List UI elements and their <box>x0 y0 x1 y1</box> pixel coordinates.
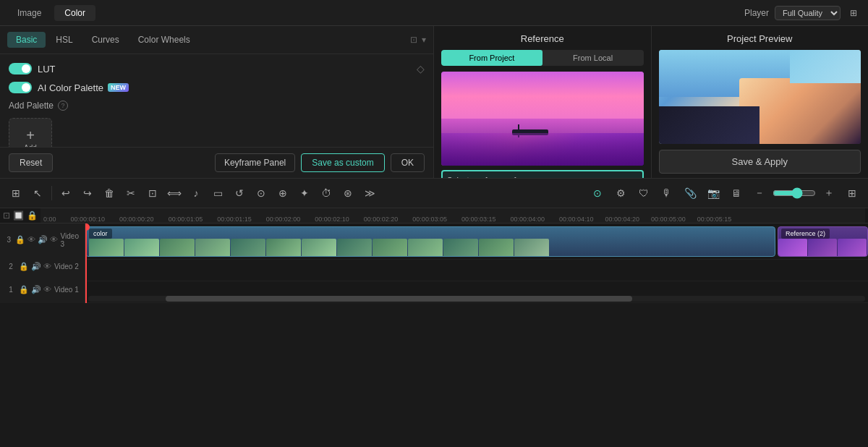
timemark-9: 00:00:03:15 <box>461 216 496 223</box>
tool-select[interactable]: ↖ <box>27 183 48 203</box>
tool-crop[interactable]: ▭ <box>208 183 228 203</box>
video3-main-clip[interactable]: color <box>85 226 775 257</box>
info-icon[interactable]: ? <box>58 101 68 111</box>
timemark-2: 00:00:00:20 <box>119 216 154 223</box>
tool-cut[interactable]: ✂ <box>121 183 141 203</box>
chevron-down-icon[interactable]: ▾ <box>422 35 426 45</box>
tab-image[interactable]: Image <box>7 5 51 21</box>
zoom-slider[interactable] <box>773 187 816 199</box>
content-row: Basic HSL Curves Color Wheels ⊡ ▾ LUT ◇ <box>0 26 868 178</box>
ok-button[interactable]: OK <box>391 153 425 172</box>
save-apply-button[interactable]: Save & Apply <box>659 150 861 174</box>
lock-icon[interactable]: 🔒 <box>27 210 38 221</box>
snap-icon[interactable]: ⊡ <box>3 210 10 221</box>
tool-delete[interactable]: 🗑 <box>99 183 119 203</box>
panel-footer: Reset Keyframe Panel Save as custom OK <box>0 147 433 178</box>
tool-ripple[interactable]: ⊛ <box>338 183 358 203</box>
expand-icon[interactable]: ⊡ <box>410 35 417 45</box>
tool-transform[interactable]: ⊡ <box>142 183 163 203</box>
toolbar-right: ⊙ ⚙ 🛡 🎙 📎 📷 🖥 － ＋ ⊞ <box>587 183 862 203</box>
track2-vis[interactable]: 👁 <box>43 262 51 271</box>
timemark-5: 00:00:02:00 <box>266 216 301 223</box>
video2-track[interactable] <box>85 260 868 281</box>
clip-thumb-3 <box>160 239 195 256</box>
track1-lock[interactable]: 🔒 <box>19 285 29 294</box>
project-preview-section: Project Preview Save & Apply <box>652 26 869 178</box>
ref-thumb-3 <box>838 239 867 256</box>
track3-eye[interactable]: 👁 <box>27 235 35 244</box>
diamond-icon[interactable]: ◇ <box>417 63 425 74</box>
track2-label: Video 2 <box>54 263 79 271</box>
tab-color[interactable]: Color <box>54 5 95 21</box>
track3-lock[interactable]: 🔒 <box>15 235 25 244</box>
layout-toggle[interactable]: ⊞ <box>842 183 862 203</box>
video3-number: 3 <box>6 236 12 244</box>
subtab-curves[interactable]: Curves <box>83 32 128 48</box>
top-bar: Image Color Player Full Quality Half Qua… <box>0 0 868 26</box>
zoom-out-button[interactable]: － <box>749 183 770 203</box>
project-preview-image <box>659 50 861 144</box>
add-palette-row: Add Palette ? <box>9 101 425 111</box>
tool-split[interactable]: ⟺ <box>164 183 184 203</box>
ref-thumb-1 <box>778 239 807 256</box>
track3-icons: 🔒 👁 🔊 👁 <box>15 235 58 244</box>
tracks-area: 3 🔒 👁 🔊 👁 Video 3 2 🔒 🔊 👁 <box>0 224 868 303</box>
tool-record[interactable]: ⊙ <box>587 183 608 203</box>
grid-view-icon[interactable]: ⊞ <box>846 6 861 20</box>
timeline-scrollbar[interactable] <box>88 296 865 302</box>
tool-fx[interactable]: ✦ <box>294 183 315 203</box>
subtab-basic[interactable]: Basic <box>7 32 46 48</box>
timemark-14: 00:00:05:15 <box>697 216 732 223</box>
track-label-video3: 3 🔒 👁 🔊 👁 Video 3 <box>6 232 79 248</box>
subtab-hsl[interactable]: HSL <box>47 32 81 48</box>
tool-layout[interactable]: ⊞ <box>6 183 26 203</box>
tool-zoom-fit[interactable]: ⊙ <box>251 183 271 203</box>
save-custom-button[interactable]: Save as custom <box>301 153 384 172</box>
tool-redo[interactable]: ↪ <box>77 183 98 203</box>
add-palette-label: Add Palette <box>9 101 54 111</box>
add-palette-button[interactable]: + Add <box>9 118 52 147</box>
tool-screen[interactable]: 🖥 <box>726 183 746 203</box>
timemark-4: 00:00:01:15 <box>217 216 252 223</box>
tool-settings[interactable]: ⚙ <box>610 183 631 203</box>
tool-undo[interactable]: ↩ <box>56 183 76 203</box>
from-project-tab[interactable]: From Project <box>441 50 542 66</box>
quality-select[interactable]: Full Quality Half Quality <box>775 6 841 20</box>
video3-track[interactable]: color <box>85 224 868 260</box>
timeline-header: ⊡ 🔲 🔒 0:00 00:00:00:10 00:00:00:20 00:00… <box>0 208 868 224</box>
from-local-tab[interactable]: From Local <box>542 50 644 66</box>
timeline-ruler: 0:00 00:00:00:10 00:00:00:20 00:00:01:05… <box>41 208 865 223</box>
ai-palette-toggle[interactable] <box>9 82 32 93</box>
track2-lock[interactable]: 🔒 <box>19 262 29 271</box>
timemark-13: 00:00:05:00 <box>651 216 686 223</box>
reset-button[interactable]: Reset <box>9 153 53 172</box>
playhead[interactable] <box>85 224 87 303</box>
keyframe-panel-button[interactable]: Keyframe Panel <box>215 153 295 172</box>
timemark-1: 00:00:00:10 <box>71 216 106 223</box>
timemark-3: 00:00:01:05 <box>169 216 203 223</box>
tool-more[interactable]: ≫ <box>359 183 380 203</box>
app-container: Image Color Player Full Quality Half Qua… <box>0 0 868 295</box>
tool-rotate[interactable]: ↺ <box>229 183 250 203</box>
zoom-in-button[interactable]: ＋ <box>819 183 839 203</box>
timemark-12: 00:00:04:20 <box>605 216 640 223</box>
lut-label: LUT <box>38 64 56 74</box>
tool-timer[interactable]: ⏱ <box>316 183 336 203</box>
track2-vol[interactable]: 🔊 <box>31 262 41 271</box>
tool-mic[interactable]: 🎙 <box>657 183 677 203</box>
clip-thumb-2 <box>124 239 159 256</box>
subtab-colorwheels[interactable]: Color Wheels <box>129 32 199 48</box>
tool-camera[interactable]: 📷 <box>703 183 723 203</box>
tool-add[interactable]: ⊕ <box>273 183 293 203</box>
magnet-icon[interactable]: 🔲 <box>13 210 24 221</box>
track1-vis[interactable]: 👁 <box>43 285 51 294</box>
track1-vol[interactable]: 🔊 <box>31 285 41 294</box>
video3-ref-clip[interactable]: Reference (2) <box>778 226 868 257</box>
scrollbar-thumb[interactable] <box>166 296 631 302</box>
tool-shield[interactable]: 🛡 <box>634 183 654 203</box>
track3-vis[interactable]: 👁 <box>50 235 58 244</box>
lut-toggle[interactable] <box>9 63 32 74</box>
track3-vol[interactable]: 🔊 <box>38 235 48 244</box>
tool-clip[interactable]: 📎 <box>680 183 700 203</box>
tool-audio[interactable]: ♪ <box>186 183 206 203</box>
